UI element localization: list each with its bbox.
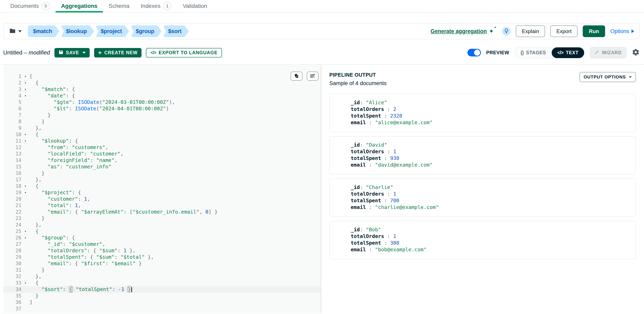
create-new-button[interactable]: + CREATE NEW — [94, 48, 142, 58]
settings-gear-button[interactable] — [632, 48, 640, 57]
line-number: 18 — [3, 183, 21, 189]
active-tab-indicator — [56, 11, 103, 13]
fold-arrow-icon[interactable]: ▾ — [21, 280, 30, 286]
field-key: _id — [351, 184, 360, 190]
code-text: }, — [30, 222, 321, 228]
document-field-row: _id: "David" — [351, 142, 632, 148]
code-text: } — [30, 215, 321, 222]
fold-spacer — [21, 254, 30, 260]
fold-spacer — [21, 112, 30, 118]
options-toggle[interactable]: Options — [610, 28, 634, 35]
save-button[interactable]: SAVE — [54, 48, 90, 58]
code-text: "email": { "$arrayElemAt": ["$customer_i… — [30, 209, 321, 215]
document-field-row: totalSpent : 2320 — [351, 113, 632, 119]
fold-arrow-icon[interactable]: ▾ — [21, 138, 30, 144]
stage-chip-match[interactable]: $match — [28, 26, 60, 37]
fold-arrow-icon[interactable]: ▾ — [21, 93, 30, 99]
line-number: 13 — [3, 151, 21, 157]
line-number: 20 — [3, 196, 21, 202]
editor-line: 34 "$sort": { "totalSpent": -1 } — [3, 286, 321, 293]
code-text: } — [30, 118, 321, 125]
document-card[interactable]: _id: "Charlie"totalOrders : 1totalSpent … — [329, 178, 636, 217]
editor-line: 25▾ { — [3, 228, 321, 234]
pipeline-settings-toolbar: Untitled – modified SAVE + CREATE NEW </… — [3, 47, 640, 58]
field-key: _id — [351, 227, 360, 232]
code-text: } — [30, 267, 321, 273]
field-key: _id — [351, 100, 360, 106]
editor-line: 35 } — [3, 293, 321, 299]
field-separator: : — [381, 155, 390, 161]
code-text: "$sort": { "totalSpent": -1 } — [30, 286, 321, 293]
editor-line: 10▾ { — [3, 131, 321, 138]
fold-spacer — [21, 202, 30, 209]
field-key: email — [351, 120, 366, 125]
stage-chip-group[interactable]: $group — [130, 26, 162, 37]
editor-line: 22 "email": { "$arrayElemAt": ["$custome… — [3, 209, 321, 215]
export-to-language-button[interactable]: </> EXPORT TO LANGUAGE — [146, 48, 222, 58]
fold-arrow-icon[interactable]: ▾ — [21, 234, 30, 241]
fold-spacer — [21, 196, 30, 202]
document-field-row: email : "bob@example.com" — [351, 246, 632, 253]
tab-documents[interactable]: Documents0 — [5, 0, 56, 12]
pipeline-text-editor[interactable]: 1▾[2▾ {3▾ "$match": {4▾ "date": {5 "$gte… — [3, 65, 321, 313]
code-text: "$group": { — [30, 234, 321, 241]
fold-arrow-icon[interactable]: ▾ — [21, 189, 30, 196]
field-key: email — [351, 247, 366, 252]
fold-arrow-icon[interactable]: ▾ — [21, 228, 30, 234]
tab-indexes[interactable]: Indexes1 — [135, 0, 177, 12]
line-number: 27 — [3, 241, 21, 247]
export-button[interactable]: Export — [550, 26, 578, 37]
fold-arrow-icon[interactable]: ▾ — [21, 73, 30, 80]
wizard-button[interactable]: WIZARD — [590, 47, 626, 59]
fold-arrow-icon[interactable]: ▾ — [21, 86, 30, 93]
line-number: 36 — [3, 299, 21, 305]
tab-label: Aggregations — [61, 3, 97, 9]
insights-lightbulb-button[interactable] — [502, 27, 510, 36]
field-key: totalOrders — [351, 149, 384, 154]
code-text: "customer": 1, — [30, 196, 321, 202]
text-mode-segment[interactable]: </> TEXT — [552, 47, 584, 58]
field-value: 380 — [390, 240, 399, 246]
field-separator: : — [360, 142, 366, 148]
tab-label: Indexes — [141, 3, 160, 9]
document-card[interactable]: _id: "Alice"totalOrders : 2totalSpent : … — [329, 94, 636, 132]
saved-pipelines-button[interactable] — [9, 28, 22, 35]
editor-line: 28 "totalOrders": { "$sum": 1 }, — [3, 247, 321, 254]
plus-icon: + — [98, 50, 102, 56]
copy-button[interactable] — [291, 72, 302, 81]
run-button[interactable]: Run — [583, 26, 605, 37]
tab-schema[interactable]: Schema — [103, 0, 135, 12]
stage-chip-project[interactable]: $project — [96, 26, 129, 37]
preview-toggle[interactable] — [468, 49, 481, 57]
code-text: "total": 1, — [30, 202, 321, 209]
code-text: [ — [30, 73, 321, 80]
fold-arrow-icon[interactable]: ▾ — [21, 183, 30, 189]
stage-chip-sort[interactable]: $sort — [163, 26, 189, 37]
document-field-row: totalSpent : 930 — [351, 155, 632, 162]
explain-button[interactable]: Explain — [516, 26, 545, 37]
editor-line: 24 }, — [3, 222, 321, 228]
generate-aggregation-link[interactable]: Generate aggregation ✦✦ — [430, 28, 497, 35]
magic-wand-icon — [594, 50, 600, 56]
document-field-row: _id: "Alice" — [351, 99, 632, 106]
line-number: 17 — [3, 176, 21, 183]
tab-validation[interactable]: Validation — [177, 0, 213, 12]
fold-spacer — [21, 305, 30, 312]
field-separator: : — [360, 227, 366, 232]
code-text: } — [30, 112, 321, 118]
output-options-button[interactable]: OUTPUT OPTIONS — [580, 72, 636, 82]
field-key: totalSpent — [351, 113, 381, 119]
document-field-row: totalOrders : 2 — [351, 106, 632, 113]
stages-mode-segment[interactable]: {} STAGES — [515, 47, 552, 58]
code-text: "$gte": ISODate("2024-03-01T00:00:00Z"), — [30, 99, 321, 106]
stage-chip-lookup[interactable]: $lookup — [61, 26, 94, 37]
fold-arrow-icon[interactable]: ▾ — [21, 131, 30, 138]
document-card[interactable]: _id: "Bob"totalOrders : 1totalSpent : 38… — [329, 221, 636, 259]
editor-line: 6 "$lt": ISODate("2024-04-01T00:00:00Z") — [3, 106, 321, 112]
text-cursor — [132, 287, 132, 292]
tab-aggregations[interactable]: Aggregations — [56, 0, 103, 12]
editor-line: 11▾ "$lookup": { — [3, 138, 321, 144]
fold-arrow-icon[interactable]: ▾ — [21, 80, 30, 86]
document-card[interactable]: _id: "David"totalOrders : 1totalSpent : … — [329, 136, 636, 174]
format-code-button[interactable] — [307, 72, 318, 81]
